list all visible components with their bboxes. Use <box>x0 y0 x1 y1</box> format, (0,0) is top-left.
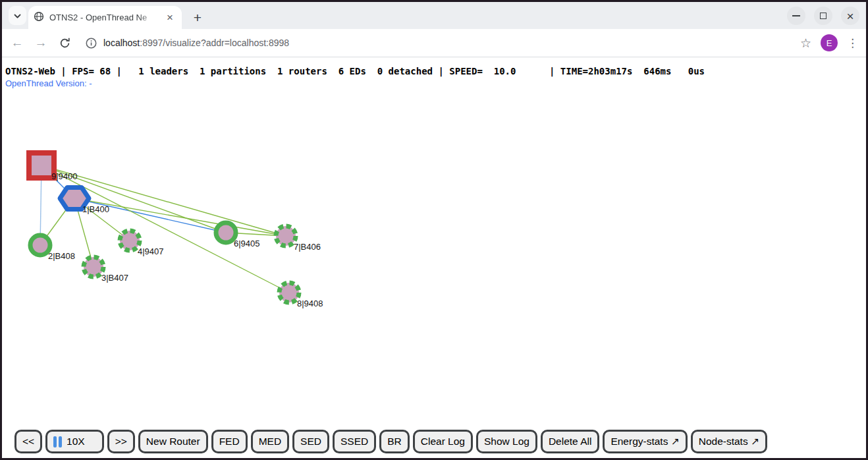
minimize-button[interactable] <box>787 7 805 25</box>
node-2[interactable] <box>30 235 50 255</box>
globe-favicon-icon <box>34 11 44 24</box>
tab-strip: OTNS2 - OpenThread Ne × + × <box>2 2 866 29</box>
profile-avatar[interactable]: E <box>821 34 838 51</box>
openthread-version-label: OpenThread Version: - <box>5 78 92 88</box>
toolbar-button-label: 10X <box>67 436 85 447</box>
browser-navbar: ← → localhost:8997/visualize?addr=localh… <box>2 29 866 57</box>
toolbar-button-label: << <box>22 436 34 447</box>
toolbar-button-ssed[interactable]: SSED <box>333 430 376 453</box>
node-label-4: 4|9407 <box>138 246 164 256</box>
toolbar-button-sed[interactable]: SED <box>292 430 329 453</box>
close-button[interactable]: × <box>841 7 859 25</box>
toolbar-button-energy-stats[interactable]: Energy-stats ↗ <box>603 430 687 453</box>
network-canvas[interactable]: 9|94001|B4002|B4083|B4074|94076|94057|B4… <box>2 57 866 458</box>
toolbar-button-speed[interactable]: 10X <box>45 430 104 453</box>
node-4[interactable] <box>120 231 140 250</box>
toolbar-button-label: SED <box>300 436 321 447</box>
toolbar-button-show-log[interactable]: Show Log <box>476 430 537 453</box>
chevron-down-icon <box>13 10 22 22</box>
toolbar-button-step-forward[interactable]: >> <box>107 430 135 453</box>
page-content: OTNS2-Web | FPS= 68 | 1 leaders 1 partit… <box>2 57 866 458</box>
address-bar[interactable]: localhost:8997/visualize?addr=localhost:… <box>85 37 800 49</box>
node-1[interactable] <box>60 188 89 210</box>
window-controls: × <box>787 7 859 25</box>
node-label-2: 2|B408 <box>48 251 75 261</box>
toolbar-button-clear-log[interactable]: Clear Log <box>413 430 473 453</box>
action-toolbar: <<10X>>New RouterFEDMEDSEDSSEDBRClear Lo… <box>14 430 767 453</box>
toolbar-button-label: New Router <box>146 436 200 447</box>
node-label-7: 7|B406 <box>294 242 321 252</box>
toolbar-button-step-back[interactable]: << <box>14 430 42 453</box>
close-icon: × <box>846 10 854 22</box>
bookmark-star-icon[interactable]: ☆ <box>800 36 811 51</box>
toolbar-button-label: SSED <box>340 436 368 447</box>
toolbar-button-delete-all[interactable]: Delete All <box>541 430 599 453</box>
browser-tab[interactable]: OTNS2 - OpenThread Ne × <box>28 6 182 29</box>
browser-menu-icon[interactable]: ⋮ <box>847 36 858 50</box>
toolbar-button-node-stats[interactable]: Node-stats ↗ <box>691 430 767 453</box>
node-3[interactable] <box>84 257 103 277</box>
node-label-6: 6|9405 <box>234 239 260 248</box>
link-1-6 <box>74 198 226 233</box>
toolbar-button-label: Energy-stats ↗ <box>610 436 679 447</box>
url-path: :8997/visualize?addr=localhost:8998 <box>140 38 289 48</box>
toolbar-button-label: Clear Log <box>421 436 465 447</box>
toolbar-button-label: Node-stats ↗ <box>699 436 759 447</box>
tab-search-button[interactable] <box>9 6 26 25</box>
minimize-icon <box>792 15 800 16</box>
node-7[interactable] <box>276 226 296 246</box>
forward-button[interactable]: → <box>30 32 52 54</box>
simulation-status-line: OTNS2-Web | FPS= 68 | 1 leaders 1 partit… <box>5 66 705 76</box>
toolbar-button-label: Delete All <box>549 436 591 447</box>
tab-close-icon[interactable]: × <box>163 11 176 24</box>
reload-icon <box>59 37 71 49</box>
node-9[interactable] <box>29 153 54 178</box>
reload-button[interactable] <box>53 32 76 54</box>
new-tab-button[interactable]: + <box>188 9 207 27</box>
toolbar-button-fed[interactable]: FED <box>211 430 248 453</box>
node-label-3: 3|B407 <box>101 273 128 283</box>
maximize-icon <box>820 13 827 19</box>
toolbar-button-label: Show Log <box>484 436 529 447</box>
pause-icon <box>53 436 62 447</box>
node-label-8: 8|9408 <box>297 299 323 308</box>
url-text[interactable]: localhost:8997/visualize?addr=localhost:… <box>103 38 289 48</box>
maximize-button[interactable] <box>814 7 832 25</box>
node-8[interactable] <box>279 283 299 302</box>
back-button[interactable]: ← <box>6 32 28 54</box>
tab-title: OTNS2 - OpenThread Ne <box>49 13 155 22</box>
toolbar-button-med[interactable]: MED <box>251 430 289 453</box>
url-host: localhost <box>103 38 140 48</box>
page-info-icon[interactable] <box>85 37 97 49</box>
toolbar-button-label: FED <box>219 436 240 447</box>
toolbar-button-new-router[interactable]: New Router <box>138 430 208 453</box>
toolbar-button-label: MED <box>259 436 281 447</box>
toolbar-button-label: BR <box>387 436 402 447</box>
toolbar-button-br[interactable]: BR <box>379 430 410 453</box>
link-1-7 <box>74 198 286 236</box>
link-9-8 <box>41 165 289 293</box>
toolbar-button-label: >> <box>115 436 127 447</box>
node-6[interactable] <box>216 223 236 243</box>
